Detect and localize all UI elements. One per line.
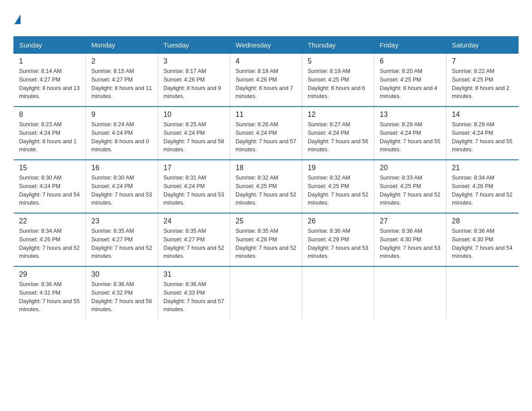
daylight-label: Daylight: 7 hours and 52 minutes.	[19, 245, 80, 260]
sunrise-label: Sunrise: 8:24 AM	[91, 121, 134, 128]
daylight-label: Daylight: 7 hours and 55 minutes.	[19, 298, 80, 313]
sunset-label: Sunset: 4:30 PM	[380, 236, 421, 243]
day-number: 11	[236, 111, 296, 119]
sunrise-label: Sunrise: 8:19 AM	[308, 68, 350, 74]
daylight-label: Daylight: 8 hours and 9 minutes.	[163, 85, 221, 100]
sunset-label: Sunset: 4:24 PM	[19, 183, 60, 189]
day-info: Sunrise: 8:35 AM Sunset: 4:28 PM Dayligh…	[236, 227, 296, 261]
calendar-day-cell: 18 Sunrise: 8:32 AM Sunset: 4:25 PM Dayl…	[230, 160, 302, 213]
calendar-day-cell	[302, 266, 374, 319]
daylight-label: Daylight: 8 hours and 4 minutes.	[380, 85, 438, 100]
day-info: Sunrise: 8:14 AM Sunset: 4:27 PM Dayligh…	[19, 67, 81, 101]
sunset-label: Sunset: 4:24 PM	[308, 130, 349, 136]
day-info: Sunrise: 8:30 AM Sunset: 4:24 PM Dayligh…	[19, 174, 81, 207]
sunset-label: Sunset: 4:26 PM	[19, 236, 60, 243]
day-info: Sunrise: 8:27 AM Sunset: 4:24 PM Dayligh…	[308, 120, 369, 154]
sunrise-label: Sunrise: 8:36 AM	[380, 228, 422, 234]
sunrise-label: Sunrise: 8:25 AM	[163, 121, 206, 128]
calendar-week-row: 1 Sunrise: 8:14 AM Sunset: 4:27 PM Dayli…	[14, 54, 519, 107]
sunrise-label: Sunrise: 8:18 AM	[236, 68, 278, 74]
daylight-label: Daylight: 7 hours and 52 minutes.	[163, 245, 224, 260]
calendar-day-cell: 4 Sunrise: 8:18 AM Sunset: 4:26 PM Dayli…	[230, 54, 302, 107]
calendar-day-cell: 22 Sunrise: 8:34 AM Sunset: 4:26 PM Dayl…	[14, 213, 86, 266]
calendar-day-cell	[446, 266, 519, 319]
calendar-header: Sunday Monday Tuesday Wednesday Thursday…	[14, 37, 519, 54]
sunrise-label: Sunrise: 8:34 AM	[19, 228, 62, 234]
calendar-day-cell: 16 Sunrise: 8:30 AM Sunset: 4:24 PM Dayl…	[86, 160, 158, 213]
sunset-label: Sunset: 4:25 PM	[236, 183, 277, 189]
sunrise-label: Sunrise: 8:36 AM	[308, 228, 350, 234]
sunrise-label: Sunrise: 8:35 AM	[91, 228, 134, 234]
calendar-day-cell: 20 Sunrise: 8:33 AM Sunset: 4:25 PM Dayl…	[374, 160, 446, 213]
daylight-label: Daylight: 7 hours and 52 minutes.	[236, 192, 296, 206]
sunset-label: Sunset: 4:24 PM	[380, 130, 421, 136]
sunrise-label: Sunrise: 8:36 AM	[19, 281, 62, 287]
day-number: 5	[308, 57, 369, 65]
calendar-day-cell: 23 Sunrise: 8:35 AM Sunset: 4:27 PM Dayl…	[86, 213, 158, 266]
daylight-label: Daylight: 7 hours and 53 minutes.	[163, 192, 224, 206]
sunset-label: Sunset: 4:24 PM	[91, 183, 133, 189]
sunset-label: Sunset: 4:24 PM	[452, 130, 493, 136]
sunrise-label: Sunrise: 8:28 AM	[380, 121, 422, 128]
sunrise-label: Sunrise: 8:29 AM	[452, 121, 494, 128]
calendar-week-row: 8 Sunrise: 8:23 AM Sunset: 4:24 PM Dayli…	[14, 107, 519, 160]
sunset-label: Sunset: 4:25 PM	[308, 77, 349, 83]
sunrise-label: Sunrise: 8:14 AM	[19, 68, 62, 74]
day-info: Sunrise: 8:30 AM Sunset: 4:24 PM Dayligh…	[91, 174, 152, 207]
daylight-label: Daylight: 8 hours and 0 minutes.	[91, 138, 149, 153]
calendar-day-cell: 31 Sunrise: 8:36 AM Sunset: 4:33 PM Dayl…	[158, 266, 230, 319]
sunrise-label: Sunrise: 8:35 AM	[163, 228, 206, 234]
sunrise-label: Sunrise: 8:35 AM	[236, 228, 278, 234]
calendar-day-cell: 10 Sunrise: 8:25 AM Sunset: 4:24 PM Dayl…	[158, 107, 230, 160]
day-info: Sunrise: 8:36 AM Sunset: 4:30 PM Dayligh…	[452, 227, 513, 261]
day-info: Sunrise: 8:19 AM Sunset: 4:25 PM Dayligh…	[308, 67, 369, 101]
sunset-label: Sunset: 4:24 PM	[19, 130, 60, 136]
logo-text	[13, 13, 21, 27]
day-number: 2	[91, 57, 152, 65]
calendar-day-cell: 9 Sunrise: 8:24 AM Sunset: 4:24 PM Dayli…	[86, 107, 158, 160]
day-number: 14	[452, 111, 513, 119]
sunrise-label: Sunrise: 8:15 AM	[91, 68, 134, 74]
day-number: 26	[308, 217, 369, 225]
daylight-label: Daylight: 7 hours and 52 minutes.	[91, 245, 152, 260]
day-number: 25	[236, 217, 296, 225]
sunset-label: Sunset: 4:26 PM	[236, 77, 277, 83]
daylight-label: Daylight: 7 hours and 53 minutes.	[380, 245, 441, 260]
calendar-day-cell: 28 Sunrise: 8:36 AM Sunset: 4:30 PM Dayl…	[446, 213, 519, 266]
daylight-label: Daylight: 7 hours and 56 minutes.	[91, 298, 152, 313]
sunrise-label: Sunrise: 8:32 AM	[308, 175, 350, 181]
calendar-day-cell: 17 Sunrise: 8:31 AM Sunset: 4:24 PM Dayl…	[158, 160, 230, 213]
daylight-label: Daylight: 8 hours and 2 minutes.	[452, 85, 510, 100]
daylight-label: Daylight: 7 hours and 54 minutes.	[452, 245, 513, 260]
day-number: 20	[380, 164, 441, 172]
header-sunday: Sunday	[14, 37, 86, 54]
sunset-label: Sunset: 4:32 PM	[91, 290, 133, 296]
sunset-label: Sunset: 4:25 PM	[308, 183, 349, 189]
day-info: Sunrise: 8:15 AM Sunset: 4:27 PM Dayligh…	[91, 67, 152, 101]
sunset-label: Sunset: 4:27 PM	[91, 236, 133, 243]
sunset-label: Sunset: 4:25 PM	[380, 183, 421, 189]
sunrise-label: Sunrise: 8:31 AM	[163, 175, 206, 181]
day-info: Sunrise: 8:29 AM Sunset: 4:24 PM Dayligh…	[452, 120, 513, 154]
calendar-day-cell: 13 Sunrise: 8:28 AM Sunset: 4:24 PM Dayl…	[374, 107, 446, 160]
day-info: Sunrise: 8:18 AM Sunset: 4:26 PM Dayligh…	[236, 67, 296, 101]
day-number: 6	[380, 57, 441, 65]
sunset-label: Sunset: 4:24 PM	[163, 183, 205, 189]
day-info: Sunrise: 8:31 AM Sunset: 4:24 PM Dayligh…	[163, 174, 224, 207]
calendar-day-cell: 27 Sunrise: 8:36 AM Sunset: 4:30 PM Dayl…	[374, 213, 446, 266]
calendar-day-cell: 8 Sunrise: 8:23 AM Sunset: 4:24 PM Dayli…	[14, 107, 86, 160]
calendar-day-cell: 12 Sunrise: 8:27 AM Sunset: 4:24 PM Dayl…	[302, 107, 374, 160]
day-number: 29	[19, 270, 81, 278]
header-thursday: Thursday	[302, 37, 374, 54]
daylight-label: Daylight: 7 hours and 53 minutes.	[91, 192, 152, 206]
sunrise-label: Sunrise: 8:30 AM	[19, 175, 62, 181]
calendar-day-cell	[374, 266, 446, 319]
calendar-day-cell: 5 Sunrise: 8:19 AM Sunset: 4:25 PM Dayli…	[302, 54, 374, 107]
calendar-week-row: 29 Sunrise: 8:36 AM Sunset: 4:31 PM Dayl…	[14, 266, 519, 319]
day-number: 8	[19, 111, 81, 119]
daylight-label: Daylight: 7 hours and 52 minutes.	[308, 192, 369, 206]
day-number: 24	[163, 217, 224, 225]
sunrise-label: Sunrise: 8:34 AM	[452, 175, 494, 181]
day-info: Sunrise: 8:26 AM Sunset: 4:24 PM Dayligh…	[236, 120, 296, 154]
sunrise-label: Sunrise: 8:17 AM	[163, 68, 206, 74]
